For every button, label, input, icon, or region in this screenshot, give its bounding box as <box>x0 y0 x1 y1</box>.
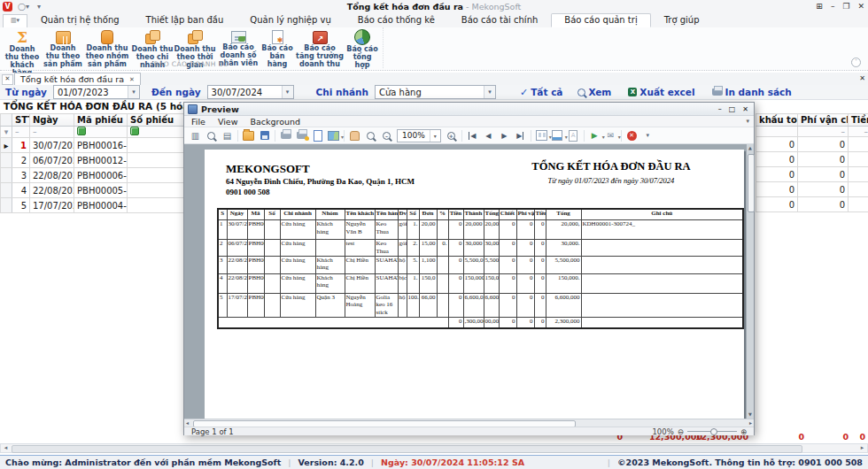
scroll-right-icon[interactable]: ▸ <box>749 419 752 427</box>
restore-icon[interactable]: ❐ <box>842 1 849 12</box>
grid-cell-ma-phieu[interactable]: PBH00005-220... <box>74 183 128 198</box>
scroll-left-icon[interactable]: ◂ <box>186 419 189 427</box>
close-icon[interactable]: ✕ <box>857 1 864 12</box>
grid-cell-ma-phieu[interactable]: PBH00006-220... <box>74 168 128 183</box>
grid-cell[interactable]: 0 <box>756 197 798 212</box>
grid-cell[interactable] <box>849 182 868 197</box>
grid-cell-ngay[interactable]: 17/07/2023 <box>30 198 74 213</box>
page-setup-icon[interactable] <box>312 130 323 142</box>
grid-cell[interactable]: 0 <box>756 152 798 167</box>
preview-menu-view[interactable]: View <box>218 117 238 127</box>
grid-cell[interactable] <box>849 167 868 182</box>
scroll-right-icon[interactable]: ▸ <box>857 444 867 452</box>
grid-filter-cell[interactable]: – <box>30 127 74 138</box>
grid-cell[interactable]: 0 <box>798 152 849 167</box>
branch-combo[interactable]: Cửa hàng ▾ <box>375 85 496 99</box>
scrollbar-thumb[interactable] <box>12 445 802 453</box>
pin-window-icon[interactable]: ⊞ <box>816 1 823 12</box>
print-list-button[interactable]: In danh sách <box>712 87 792 97</box>
chevron-down-icon[interactable]: ▾ <box>282 86 293 98</box>
zoom-in-icon[interactable]: + <box>446 130 457 142</box>
parameters-icon[interactable]: ▤ <box>221 130 233 142</box>
save-icon[interactable] <box>259 130 270 142</box>
grid-column-header-ma-phieu[interactable]: Mã phiếu <box>74 114 128 127</box>
prev-page-icon[interactable]: ◀ <box>483 130 494 142</box>
scroll-up-icon[interactable]: ▲ <box>747 144 754 152</box>
next-page-icon[interactable]: ▶ <box>499 130 510 142</box>
ribbon-tab-thiet-lap-ban-au[interactable]: Thiết lập ban đầu <box>133 13 237 27</box>
quick-print-icon[interactable] <box>296 130 307 142</box>
grid-column-header-ngay[interactable]: Ngày <box>30 114 74 127</box>
from-date-combo[interactable]: 01/07/2023 ▾ <box>53 85 140 99</box>
grid-filter-row[interactable]: –– <box>756 127 868 137</box>
grid-cell-ma-phieu[interactable]: PBH00012-300... <box>74 153 128 168</box>
chevron-down-icon[interactable]: ▾ <box>430 130 440 142</box>
grid-cell-ngay[interactable]: 22/08/2023 <box>30 168 74 183</box>
preview-close-icon[interactable]: ✕ <box>742 105 748 113</box>
grid-column-header-khau-toa[interactable]: khấu toa <box>756 114 798 127</box>
chevron-down-icon[interactable]: ▾ <box>128 86 139 98</box>
grid-cell[interactable] <box>849 197 868 212</box>
open-icon[interactable] <box>243 130 254 142</box>
first-page-icon[interactable]: ◀ <box>467 130 478 142</box>
grid-cell-stt[interactable]: 4 <box>12 183 30 198</box>
grid-row[interactable]: 00 <box>756 167 868 182</box>
grid-column-header-so-phieu[interactable]: Số phiếu <box>128 114 184 127</box>
zoom-slider[interactable] <box>687 431 737 432</box>
document-map-icon[interactable]: ▥ <box>190 130 201 142</box>
export-excel-button[interactable]: X Xuất excel <box>628 87 694 97</box>
tab-close-left-icon[interactable]: ✕ <box>2 74 13 85</box>
view-button[interactable]: Xem <box>577 87 611 97</box>
multi-page-icon[interactable]: ▾ <box>536 130 547 142</box>
grid-row[interactable]: 422/08/2023PBH00005-220... <box>1 183 184 198</box>
grid-cell-ngay[interactable]: 22/08/2023 <box>30 183 74 198</box>
grid-column-header-phi-van-chuyen[interactable]: Phí vận chuyển <box>798 114 849 127</box>
application-menu-button[interactable]: ▥▾ <box>3 14 27 27</box>
zoom-in-icon[interactable]: ⊕ <box>740 427 747 436</box>
chevron-down-icon[interactable]: ▾ <box>618 134 621 140</box>
grid-filter-row[interactable]: ▾–– <box>1 127 184 138</box>
filter-condition-icon[interactable] <box>130 127 139 135</box>
minimize-icon[interactable]: – <box>831 1 835 12</box>
grid-cell-stt[interactable]: 3 <box>12 168 30 183</box>
magnifier-icon[interactable] <box>365 130 376 142</box>
grid-cell[interactable]: 0 <box>756 167 798 182</box>
grid-cell-stt[interactable]: 5 <box>12 198 30 213</box>
hand-tool-icon[interactable] <box>349 130 360 142</box>
scroll-left-icon[interactable]: ◂ <box>1 444 11 452</box>
grid-cell-stt[interactable]: 2 <box>12 153 30 168</box>
zoom-combo[interactable]: 100%▾ <box>397 129 441 142</box>
ribbon-tab-tro-giup[interactable]: Trợ giúp <box>651 13 713 27</box>
grid-row[interactable]: 00 <box>756 137 868 152</box>
grid-row[interactable]: 00 <box>756 197 868 212</box>
preview-maximize-icon[interactable]: □ <box>729 105 736 113</box>
grid-row[interactable]: 322/08/2023PBH00006-220... <box>1 168 184 183</box>
tab-close-right-icon[interactable]: ✕ <box>859 74 865 82</box>
more-icon[interactable]: ▾ <box>642 130 654 142</box>
grid-row[interactable]: ▸130/07/2024PBH00016-300... <box>1 138 184 153</box>
grid-filter-cell[interactable]: – <box>849 127 868 137</box>
grid-cell-so-phieu[interactable] <box>128 198 184 213</box>
export-icon[interactable]: ▶▾ <box>589 130 601 142</box>
grid-filter-cell[interactable]: – <box>798 127 849 137</box>
grid-cell[interactable]: 0 <box>798 137 849 152</box>
page-color-icon[interactable]: ▾ <box>552 130 563 142</box>
grid-cell[interactable]: 0 <box>756 182 798 197</box>
grid-row[interactable]: 00 <box>756 182 868 197</box>
grid-cell[interactable]: 0 <box>798 182 849 197</box>
zoom-slider-knob[interactable] <box>710 428 717 435</box>
grid-column-header-stt[interactable]: STT <box>12 114 30 127</box>
chevron-down-icon[interactable]: ▾ <box>746 118 754 125</box>
grid-cell-ma-phieu[interactable]: PBH00004-170... <box>74 198 128 213</box>
grid-cell-so-phieu[interactable] <box>128 138 184 153</box>
preview-document-area[interactable]: MEKONGSOFT 64 Nguyễn Đình Chiểu, Phường … <box>184 144 747 419</box>
scrollbar-thumb[interactable] <box>748 154 755 212</box>
grid-cell-so-phieu[interactable] <box>128 168 184 183</box>
chevron-down-icon[interactable]: ▾ <box>341 134 344 140</box>
chevron-down-icon[interactable]: ▾ <box>484 86 495 98</box>
filter-condition-icon[interactable] <box>77 127 86 135</box>
grid-cell-so-phieu[interactable] <box>128 153 184 168</box>
grid-cell-ngay[interactable]: 30/07/2024 <box>30 138 74 153</box>
preview-minimize-icon[interactable]: – <box>718 105 722 113</box>
scale-icon[interactable]: ▾ <box>328 130 339 142</box>
